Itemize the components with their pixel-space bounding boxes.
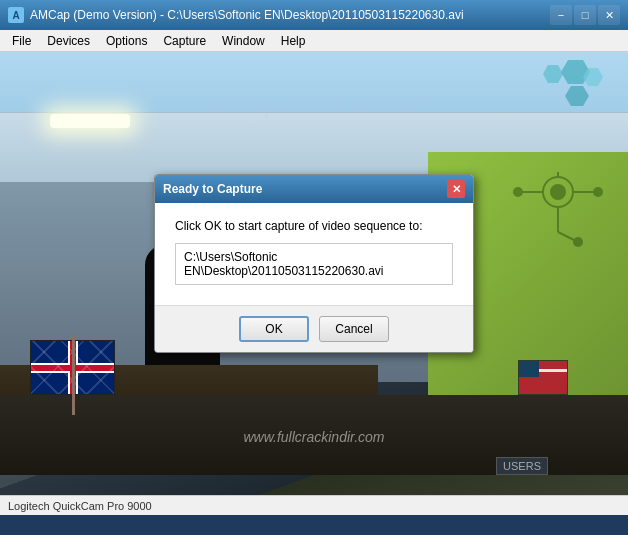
modal-titlebar: Ready to Capture ✕ [155,175,473,203]
svg-marker-10 [543,65,563,83]
tech-pattern [508,172,608,252]
window-title: AMCap (Demo Version) - C:\Users\Softonic… [30,8,550,22]
maximize-button[interactable]: □ [574,5,596,25]
users-badge: USERS [496,457,548,475]
menu-help[interactable]: Help [273,32,314,50]
svg-point-1 [550,184,566,200]
hex-decorations [533,60,613,110]
modal-close-button[interactable]: ✕ [447,180,465,198]
ok-button[interactable]: OK [239,316,309,342]
office-light-1 [50,114,130,128]
modal-body: Click OK to start capture of video seque… [155,203,473,305]
modal-message: Click OK to start capture of video seque… [175,219,453,233]
modal-footer: OK Cancel [155,305,473,352]
menu-bar: File Devices Options Capture Window Help [0,30,628,52]
menu-options[interactable]: Options [98,32,155,50]
status-bar: Logitech QuickCam Pro 9000 [0,495,628,515]
app-icon: A [8,7,24,23]
title-bar: A AMCap (Demo Version) - C:\Users\Softon… [0,0,628,30]
camera-name: Logitech QuickCam Pro 9000 [8,500,152,512]
svg-point-8 [513,187,523,197]
flag-pole [72,335,75,415]
svg-marker-13 [565,86,589,106]
cancel-button[interactable]: Cancel [319,316,389,342]
minimize-button[interactable]: − [550,5,572,25]
menu-window[interactable]: Window [214,32,273,50]
main-content: www.fullcrackindir.com USERS AMCap Demo … [0,52,628,515]
window-controls: − □ ✕ [550,5,620,25]
menu-devices[interactable]: Devices [39,32,98,50]
menu-capture[interactable]: Capture [155,32,214,50]
modal-title: Ready to Capture [163,182,447,196]
menu-file[interactable]: File [4,32,39,50]
svg-point-9 [593,187,603,197]
modal-dialog: Ready to Capture ✕ Click OK to start cap… [154,174,474,353]
close-button[interactable]: ✕ [598,5,620,25]
modal-filepath: C:\Users\SoftonicEN\Desktop\201105031152… [175,243,453,285]
watermark: www.fullcrackindir.com [243,429,384,445]
us-flag [518,360,568,395]
svg-point-7 [573,237,583,247]
